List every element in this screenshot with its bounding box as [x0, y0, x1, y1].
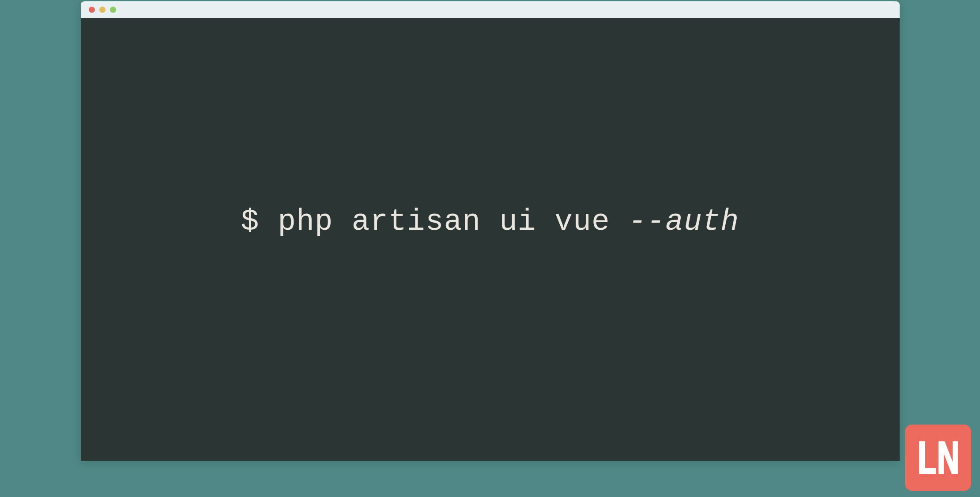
terminal-command: php artisan ui vue [278, 205, 628, 239]
svg-rect-1 [919, 468, 936, 474]
minimize-icon[interactable] [99, 7, 106, 13]
close-icon[interactable] [89, 7, 95, 13]
logo-badge [905, 425, 971, 491]
command-line: $ php artisan ui vue --auth [241, 205, 739, 239]
ln-logo-icon [914, 433, 962, 482]
maximize-icon[interactable] [110, 7, 116, 13]
window-title-bar [81, 1, 900, 18]
terminal-body[interactable]: $ php artisan ui vue --auth [81, 18, 900, 461]
terminal-prompt: $ [241, 205, 278, 239]
terminal-window: $ php artisan ui vue --auth [81, 1, 900, 461]
terminal-flag: --auth [629, 205, 739, 239]
